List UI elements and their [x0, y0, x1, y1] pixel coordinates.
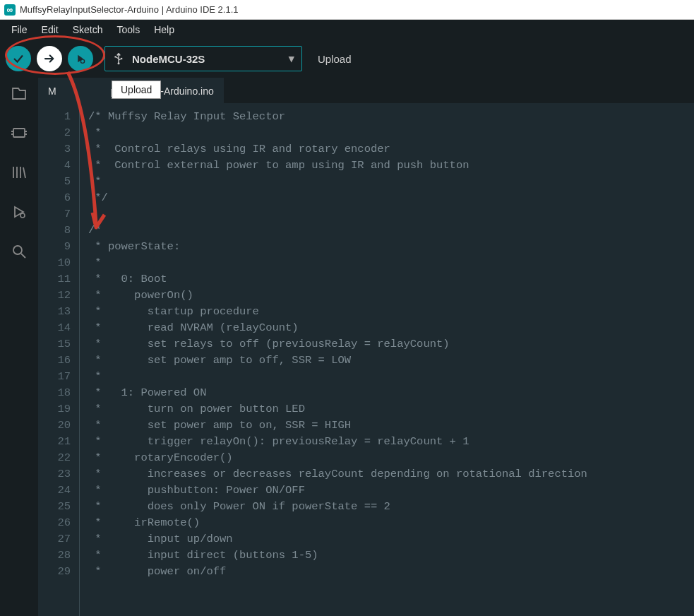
line-number: 10 [38, 255, 71, 271]
code-line[interactable]: /* Muffsy Relay Input Selector [88, 109, 587, 125]
arrow-right-icon [43, 52, 56, 65]
code-line[interactable]: /* [88, 223, 587, 239]
svg-point-1 [118, 62, 120, 64]
code-line[interactable] [88, 206, 587, 223]
code-line[interactable]: * [88, 174, 587, 190]
verify-button[interactable] [6, 46, 31, 71]
line-number: 16 [38, 353, 71, 369]
tab-row: M uffsyRelayIn putSelector-Arduino.ino U… [38, 78, 694, 103]
chevron-down-icon: ▾ [289, 52, 294, 65]
line-number: 11 [38, 271, 71, 288]
line-number: 29 [38, 564, 71, 580]
line-number: 22 [38, 450, 71, 466]
code-line[interactable]: * turn on power button LED [88, 401, 587, 417]
line-number: 25 [38, 499, 71, 515]
code-line[interactable]: * power on/off [88, 564, 587, 580]
code-line[interactable]: * read NVRAM (relayCount) [88, 320, 587, 336]
search-icon[interactable] [9, 242, 29, 261]
code-line[interactable]: * [88, 125, 587, 141]
line-number: 26 [38, 515, 71, 531]
line-number: 14 [38, 320, 71, 336]
line-number: 18 [38, 385, 71, 401]
play-gear-icon [74, 52, 87, 65]
line-number: 5 [38, 174, 71, 190]
code-line[interactable]: * 1: Powered ON [88, 385, 587, 401]
line-number: 7 [38, 206, 71, 223]
line-number: 8 [38, 223, 71, 239]
activity-bar [0, 78, 38, 616]
code-line[interactable]: * trigger relayOn(): previousRelay = rel… [88, 434, 587, 450]
line-number: 19 [38, 401, 71, 417]
line-number: 24 [38, 482, 71, 499]
line-number: 3 [38, 141, 71, 158]
main-area: M uffsyRelayIn putSelector-Arduino.ino U… [0, 78, 694, 616]
code-line[interactable]: * input up/down [88, 531, 587, 547]
line-number: 12 [38, 288, 71, 304]
line-number: 28 [38, 547, 71, 564]
svg-point-6 [13, 246, 22, 254]
svg-point-5 [20, 213, 25, 218]
code-line[interactable]: * set power amp to off, SSR = LOW [88, 353, 587, 369]
menu-help[interactable]: Help [147, 24, 181, 35]
code-content[interactable]: /* Muffsy Relay Input Selector * * Contr… [79, 109, 587, 616]
code-line[interactable]: * does only Power ON if powerState == 2 [88, 499, 587, 515]
debug-sidebar-icon[interactable] [9, 202, 29, 222]
line-number: 13 [38, 304, 71, 320]
menu-file[interactable]: File [4, 24, 35, 35]
tab-prefix: M [48, 85, 56, 97]
code-line[interactable]: * set power amp to on, SSR = HIGH [88, 417, 587, 434]
menu-edit[interactable]: Edit [35, 24, 66, 35]
board-name: NodeMCU-32S [132, 53, 205, 65]
debug-button[interactable] [68, 46, 93, 71]
menu-sketch[interactable]: Sketch [66, 24, 110, 35]
code-line[interactable]: * Control external power to amp using IR… [88, 158, 587, 174]
boards-manager-icon[interactable] [9, 123, 29, 143]
check-icon [12, 52, 25, 65]
upload-button[interactable] [37, 46, 62, 71]
code-line[interactable]: * 0: Boot [88, 271, 587, 288]
svg-rect-3 [121, 58, 122, 59]
line-number: 21 [38, 434, 71, 450]
code-line[interactable]: */ [88, 190, 587, 206]
board-selector[interactable]: NodeMCU-32S ▾ [104, 46, 302, 71]
code-line[interactable]: * pushbutton: Power ON/OFF [88, 482, 587, 499]
code-line[interactable]: * startup procedure [88, 304, 587, 320]
line-number: 2 [38, 125, 71, 141]
toolbar: NodeMCU-32S ▾ Upload [0, 40, 694, 78]
window-titlebar: MuffsyRelayInputSelector-Arduino | Ardui… [0, 0, 694, 20]
line-number: 23 [38, 466, 71, 482]
code-line[interactable]: * input direct (buttons 1-5) [88, 547, 587, 564]
code-line[interactable]: * powerOn() [88, 288, 587, 304]
menu-tools[interactable]: Tools [110, 24, 148, 35]
code-line[interactable]: * powerState: [88, 239, 587, 255]
upload-tooltip: Upload [112, 81, 161, 99]
code-line[interactable]: * irRemote() [88, 515, 587, 531]
library-manager-icon[interactable] [9, 162, 29, 182]
window-title: MuffsyRelayInputSelector-Arduino | Ardui… [20, 4, 239, 15]
code-line[interactable]: * [88, 369, 587, 385]
line-number: 6 [38, 190, 71, 206]
code-line[interactable]: * increases or decreases relayCount depe… [88, 466, 587, 482]
code-line[interactable]: * [88, 255, 587, 271]
svg-point-2 [114, 56, 116, 57]
line-number: 20 [38, 417, 71, 434]
line-number: 9 [38, 239, 71, 255]
code-line[interactable]: * rotaryEncoder() [88, 450, 587, 466]
svg-point-0 [80, 59, 84, 63]
editor-area: M uffsyRelayIn putSelector-Arduino.ino U… [38, 78, 694, 616]
line-number: 1 [38, 109, 71, 125]
line-number: 27 [38, 531, 71, 547]
upload-label: Upload [318, 53, 352, 65]
line-number: 17 [38, 369, 71, 385]
code-line[interactable]: * set relays to off (previousRelay = rel… [88, 336, 587, 353]
arduino-app-icon [4, 4, 16, 16]
usb-icon [112, 52, 125, 65]
code-line[interactable]: * Control relays using IR and rotary enc… [88, 141, 587, 158]
sketchbook-icon[interactable] [9, 83, 29, 103]
line-number-gutter: 1234567891011121314151617181920212223242… [38, 109, 79, 616]
line-number: 15 [38, 336, 71, 353]
svg-rect-4 [13, 129, 25, 137]
menu-bar: File Edit Sketch Tools Help [0, 20, 694, 40]
line-number: 4 [38, 158, 71, 174]
code-editor[interactable]: 1234567891011121314151617181920212223242… [38, 103, 694, 616]
